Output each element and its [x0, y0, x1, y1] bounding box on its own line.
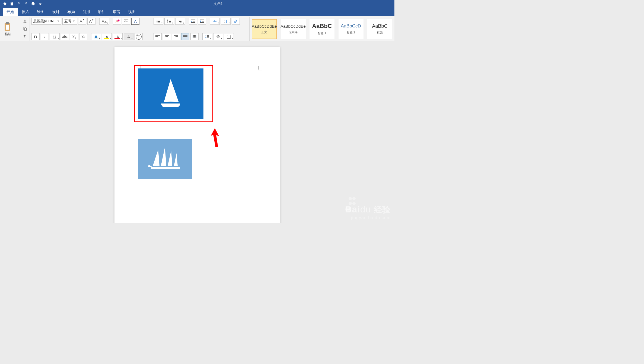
subscript-button[interactable]: X2	[70, 33, 78, 40]
asian-layout-button[interactable]: AA	[210, 18, 220, 25]
svg-rect-43	[193, 36, 196, 37]
svg-rect-23	[200, 20, 204, 20]
line-spacing-button[interactable]	[202, 33, 212, 40]
svg-rect-44	[193, 37, 196, 38]
svg-rect-1	[6, 22, 9, 24]
ribbon-tabs: 开始 插入 绘图 设计 布局 引用 邮件 审阅 视图	[0, 8, 394, 16]
svg-rect-25	[200, 22, 204, 23]
print-icon[interactable]	[30, 1, 36, 7]
cut-icon[interactable]	[22, 18, 28, 24]
svg-point-9	[157, 23, 158, 23]
bullets-button[interactable]	[154, 18, 163, 25]
undo-icon[interactable]	[16, 1, 22, 7]
svg-rect-17	[178, 20, 181, 20]
paste-label: 粘贴	[5, 32, 11, 36]
svg-rect-41	[183, 38, 187, 38]
svg-rect-48	[227, 35, 231, 38]
borders-button[interactable]	[224, 33, 234, 40]
underline-button[interactable]: U	[50, 33, 60, 40]
tab-draw[interactable]: 绘图	[33, 8, 48, 16]
char-shading-button[interactable]: A	[124, 33, 133, 40]
grow-font-button[interactable]: A▲	[78, 18, 86, 25]
highlight-button[interactable]: A	[102, 33, 112, 40]
strikethrough-button[interactable]: abc	[61, 33, 69, 40]
svg-rect-36	[174, 35, 178, 36]
copy-icon[interactable]	[22, 26, 28, 32]
tab-references[interactable]: 引用	[79, 8, 94, 16]
decrease-indent-button[interactable]	[189, 18, 197, 25]
superscript-button[interactable]: X2	[79, 33, 87, 40]
svg-rect-34	[165, 36, 168, 37]
svg-point-7	[157, 21, 158, 22]
font-size-select[interactable]: 五号▼	[62, 18, 77, 25]
justify-button[interactable]	[181, 33, 189, 40]
tab-design[interactable]: 设计	[48, 8, 63, 16]
image-sailboat-1[interactable]	[138, 68, 203, 119]
svg-rect-46	[207, 36, 209, 37]
svg-point-5	[157, 20, 158, 21]
redo-icon[interactable]	[23, 1, 29, 7]
svg-rect-19	[180, 23, 181, 23]
style-nospacing[interactable]: AaBbCcDdEe 无间隔	[281, 19, 306, 39]
style-normal[interactable]: AaBbCcDdEe 正文	[252, 19, 277, 39]
svg-rect-20	[191, 20, 195, 20]
change-case-button[interactable]: Aa	[99, 18, 109, 25]
para-shading-button[interactable]	[213, 33, 223, 40]
document-canvas[interactable]	[0, 42, 394, 223]
increase-indent-button[interactable]	[198, 18, 206, 25]
style-title[interactable]: AaBbC 标题	[367, 19, 392, 39]
svg-text:A: A	[215, 20, 217, 23]
paste-button[interactable]: 粘贴	[2, 18, 14, 40]
tab-mailings[interactable]: 邮件	[94, 8, 109, 16]
align-center-button[interactable]	[163, 33, 171, 40]
group-styles: AaBbCcDdEe 正文 AaBbCcDdEe 无间隔 AaBbC 标题 1 …	[250, 17, 394, 41]
phonetic-guide-button[interactable]: abc	[122, 18, 130, 25]
align-right-button[interactable]	[172, 33, 180, 40]
show-marks-button[interactable]	[232, 18, 240, 25]
image-sailboat-2[interactable]	[138, 139, 192, 179]
style-heading2[interactable]: AaBbCcD 标题 2	[339, 19, 364, 39]
svg-rect-14	[169, 21, 171, 22]
tab-layout[interactable]: 布局	[63, 8, 79, 16]
shrink-font-button[interactable]: A▼	[87, 18, 95, 25]
distributed-button[interactable]	[190, 33, 199, 40]
char-border-button[interactable]: A	[131, 18, 139, 25]
svg-text:A: A	[224, 20, 225, 21]
svg-rect-10	[158, 23, 160, 23]
quick-access-toolbar	[2, 1, 43, 7]
enclose-char-button[interactable]: 字	[135, 33, 143, 40]
tab-insert[interactable]: 插入	[18, 8, 33, 16]
svg-rect-49	[227, 38, 231, 39]
text-effects-button[interactable]: A	[91, 33, 101, 40]
font-color-button[interactable]: A	[113, 33, 123, 40]
bold-button[interactable]: B	[31, 33, 40, 40]
italic-button[interactable]: I	[41, 33, 49, 40]
multilevel-list-button[interactable]	[175, 18, 185, 25]
customize-qat-icon[interactable]	[37, 1, 43, 7]
svg-rect-38	[174, 38, 178, 38]
tab-home[interactable]: 开始	[3, 8, 18, 16]
document-title: 文档1	[43, 1, 393, 6]
page	[114, 47, 280, 223]
svg-rect-6	[158, 20, 160, 20]
svg-text:3: 3	[167, 22, 168, 23]
font-family-select[interactable]: 思源黑体 CN▼	[31, 18, 61, 25]
sort-button[interactable]: AZ	[221, 18, 231, 25]
svg-rect-39	[183, 35, 187, 36]
svg-rect-42	[193, 35, 196, 36]
save-icon[interactable]	[9, 1, 15, 7]
home-icon[interactable]	[2, 1, 8, 7]
style-heading1[interactable]: AaBbC 标题 1	[310, 19, 334, 39]
format-painter-icon[interactable]	[22, 33, 28, 39]
svg-rect-32	[155, 38, 160, 38]
numbering-button[interactable]: 123	[164, 18, 174, 25]
svg-text:Z: Z	[224, 21, 225, 23]
tab-view[interactable]: 视图	[124, 8, 139, 16]
group-paragraph: 123 AA AZ	[152, 17, 250, 41]
svg-rect-8	[158, 21, 160, 22]
tab-review[interactable]: 审阅	[109, 8, 124, 16]
align-left-button[interactable]	[154, 33, 162, 40]
clear-formatting-button[interactable]: A◆	[113, 18, 121, 25]
svg-rect-33	[165, 35, 169, 36]
svg-rect-31	[155, 36, 158, 37]
